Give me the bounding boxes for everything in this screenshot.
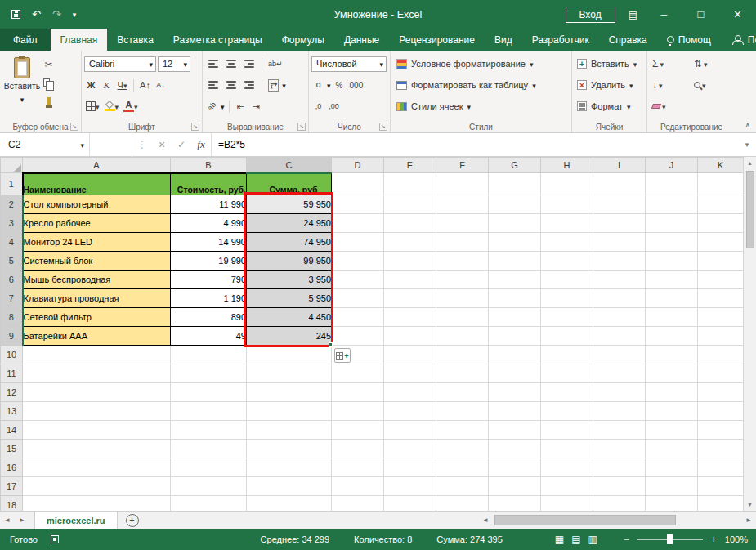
cell-G13[interactable]	[489, 402, 541, 421]
cell-F17[interactable]	[436, 477, 489, 496]
cell-D5[interactable]	[332, 252, 384, 271]
sign-in-button[interactable]: Вход	[566, 7, 615, 23]
cell-E16[interactable]	[384, 458, 436, 477]
column-header-A[interactable]: A	[23, 158, 171, 173]
confirm-entry-button[interactable]	[172, 133, 191, 156]
cell-I4[interactable]	[593, 233, 646, 252]
cell-K1[interactable]	[698, 173, 744, 195]
column-header-I[interactable]: I	[593, 158, 646, 173]
cell-F4[interactable]	[436, 233, 489, 252]
cell-B7[interactable]: 1 190	[171, 289, 247, 308]
clear-button[interactable]	[650, 101, 691, 112]
ribbon-tab-Справка[interactable]: Справка	[599, 29, 657, 51]
cell-F7[interactable]	[436, 289, 489, 308]
cell-D2[interactable]	[332, 195, 384, 214]
cell-E9[interactable]	[384, 327, 436, 346]
page-break-view-button[interactable]	[588, 534, 597, 545]
horizontal-scrollbar[interactable]	[494, 514, 740, 526]
cell-G5[interactable]	[489, 252, 541, 271]
cell-A18[interactable]	[23, 496, 171, 512]
cell-C12[interactable]	[247, 383, 332, 402]
cell-E2[interactable]	[384, 195, 436, 214]
fill-button[interactable]	[650, 79, 691, 91]
minimize-button[interactable]	[646, 0, 682, 29]
ribbon-tab-Вставка[interactable]: Вставка	[107, 29, 163, 51]
cell-A11[interactable]	[23, 364, 171, 383]
italic-button[interactable]: К	[100, 77, 114, 93]
previous-sheet-button[interactable]	[0, 512, 15, 529]
increase-font-size-button[interactable]	[138, 77, 152, 93]
ribbon-tab-Формулы[interactable]: Формулы	[272, 29, 334, 51]
percent-style-button[interactable]: %	[333, 77, 347, 93]
cell-G16[interactable]	[489, 458, 541, 477]
cell-J14[interactable]	[646, 421, 698, 440]
cell-B5[interactable]: 19 990	[171, 252, 247, 271]
row-header-15[interactable]: 15	[1, 440, 23, 458]
row-header-11[interactable]: 11	[1, 364, 23, 383]
zoom-slider-thumb[interactable]	[667, 534, 673, 544]
row-header-7[interactable]: 7	[1, 289, 23, 308]
cell-G11[interactable]	[489, 364, 541, 383]
cell-J6[interactable]	[646, 271, 698, 289]
cell-C18[interactable]	[247, 496, 332, 512]
cell-E17[interactable]	[384, 477, 436, 496]
cell-H18[interactable]	[541, 496, 593, 512]
cell-F2[interactable]	[436, 195, 489, 214]
cell-B12[interactable]	[171, 383, 247, 402]
clipboard-dialog-launcher[interactable]	[70, 123, 78, 131]
cell-A12[interactable]	[23, 383, 171, 402]
cell-K2[interactable]	[698, 195, 744, 214]
cell-J18[interactable]	[646, 496, 698, 512]
cell-I1[interactable]	[593, 173, 646, 195]
cell-I15[interactable]	[593, 440, 646, 458]
ribbon-tab-Помощ[interactable]: Помощ	[657, 29, 721, 51]
cell-K18[interactable]	[698, 496, 744, 512]
orientation-button[interactable]	[205, 98, 219, 114]
cell-D8[interactable]	[332, 308, 384, 327]
save-button[interactable]	[11, 10, 20, 19]
cell-G18[interactable]	[489, 496, 541, 512]
font-size-select[interactable]: 12	[158, 56, 190, 72]
increase-decimal-button[interactable]	[311, 98, 325, 114]
name-box-splitter[interactable]	[90, 133, 132, 156]
cell-H3[interactable]	[541, 214, 593, 233]
scroll-up-button[interactable]	[744, 157, 756, 169]
expand-formula-bar-button[interactable]	[738, 133, 756, 156]
increase-indent-button[interactable]	[249, 98, 263, 114]
cell-B14[interactable]	[171, 421, 247, 440]
align-bottom-button[interactable]	[241, 56, 257, 72]
cell-F5[interactable]	[436, 252, 489, 271]
cell-I5[interactable]	[593, 252, 646, 271]
column-header-K[interactable]: K	[698, 158, 744, 173]
cell-H1[interactable]	[541, 173, 593, 195]
decrease-font-size-button[interactable]	[154, 77, 168, 93]
cell-I2[interactable]	[593, 195, 646, 214]
cell-A8[interactable]: Сетевой фильтр	[23, 308, 171, 327]
row-header-4[interactable]: 4	[1, 233, 23, 252]
ribbon-display-options-button[interactable]	[629, 9, 637, 20]
cell-G6[interactable]	[489, 271, 541, 289]
share-button[interactable]: Поделиться	[721, 29, 756, 51]
cell-G3[interactable]	[489, 214, 541, 233]
cell-E12[interactable]	[384, 383, 436, 402]
zoom-in-button[interactable]	[708, 534, 720, 545]
page-layout-view-button[interactable]	[571, 534, 580, 545]
cell-J3[interactable]	[646, 214, 698, 233]
align-right-button[interactable]	[241, 77, 257, 93]
cell-D7[interactable]	[332, 289, 384, 308]
cell-A6[interactable]: Мышь беспроводная	[23, 271, 171, 289]
cell-H13[interactable]	[541, 402, 593, 421]
cell-I10[interactable]	[593, 346, 646, 364]
new-sheet-button[interactable]	[126, 514, 139, 527]
cell-B17[interactable]	[171, 477, 247, 496]
cell-I6[interactable]	[593, 271, 646, 289]
delete-cells-button[interactable]: Удалить	[575, 74, 644, 96]
cell-E18[interactable]	[384, 496, 436, 512]
row-header-14[interactable]: 14	[1, 421, 23, 440]
cell-K14[interactable]	[698, 421, 744, 440]
cell-K16[interactable]	[698, 458, 744, 477]
cell-H7[interactable]	[541, 289, 593, 308]
row-header-8[interactable]: 8	[1, 308, 23, 327]
cell-B16[interactable]	[171, 458, 247, 477]
cell-H2[interactable]	[541, 195, 593, 214]
